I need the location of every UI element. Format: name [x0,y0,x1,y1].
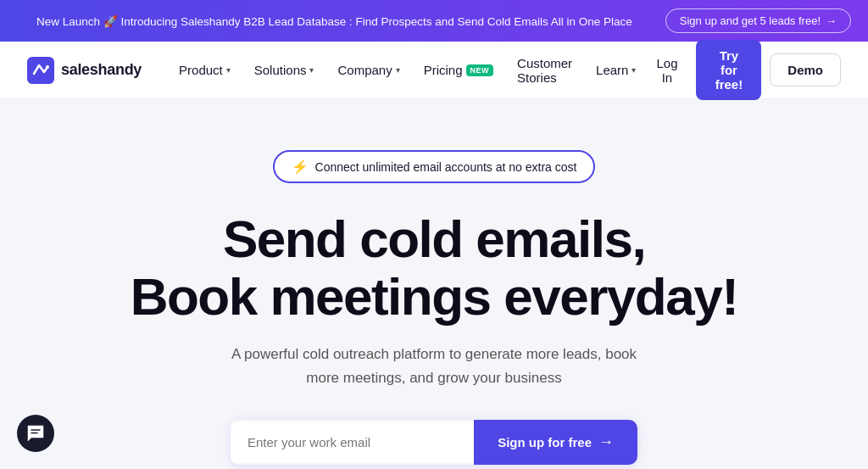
chevron-down-icon: ▾ [632,65,636,75]
svg-rect-0 [27,57,54,84]
chevron-down-icon: ▾ [396,65,400,75]
nav-item-pricing[interactable]: Pricing NEW [414,56,504,84]
signup-button[interactable]: Sign up for free → [474,420,637,465]
chevron-down-icon: ▾ [309,65,314,75]
navbar: saleshandy Product ▾ Solutions ▾ Company… [0,42,868,99]
hero-badge: ⚡ Connect unlimited email accounts at no… [273,150,596,183]
try-for-free-button[interactable]: Try for free! [696,40,761,100]
svg-point-1 [46,65,49,69]
demo-button[interactable]: Demo [770,53,841,87]
logo[interactable]: saleshandy [27,57,142,84]
announcement-text: New Launch 🚀 Introducing Saleshandy B2B … [17,14,652,28]
hero-badge-text: Connect unlimited email accounts at no e… [315,160,577,174]
email-input[interactable] [231,422,474,463]
arrow-icon: → [598,433,614,451]
login-button[interactable]: Log In [646,49,687,92]
lightning-icon: ⚡ [292,159,309,175]
hero-section: ⚡ Connect unlimited email accounts at no… [0,99,868,469]
announcement-cta[interactable]: Sign up and get 5 leads free! → [665,8,851,33]
nav-item-company[interactable]: Company ▾ [327,56,409,84]
hero-subtitle: A powerful cold outreach platform to gen… [214,343,654,388]
nav-links: Product ▾ Solutions ▾ Company ▾ Pricing … [169,49,646,92]
nav-item-product[interactable]: Product ▾ [169,56,241,84]
nav-item-customer-stories[interactable]: Customer Stories [507,49,582,92]
hero-title: Send cold emails, Book meetings everyday… [131,210,738,326]
chat-bubble[interactable] [17,415,54,452]
announcement-bar: New Launch 🚀 Introducing Saleshandy B2B … [0,0,868,42]
logo-text: saleshandy [61,61,142,79]
logo-icon [27,57,54,84]
chevron-down-icon: ▾ [226,65,231,75]
nav-item-solutions[interactable]: Solutions ▾ [244,56,325,84]
new-badge: NEW [466,64,494,76]
hero-cta-form: Sign up for free → [231,420,637,465]
nav-item-learn[interactable]: Learn ▾ [586,56,646,84]
nav-actions: Log In Try for free! Demo [646,40,841,100]
